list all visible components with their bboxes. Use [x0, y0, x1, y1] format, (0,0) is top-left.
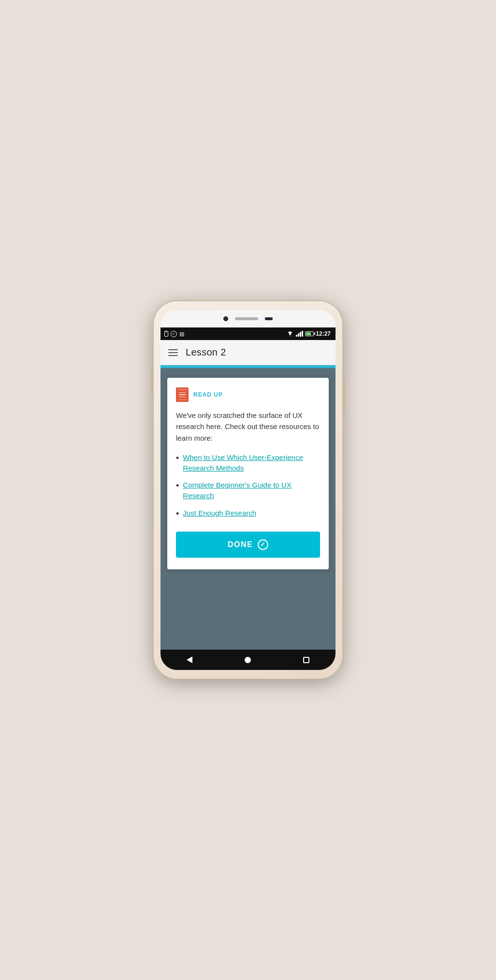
- phone-device: " ✓ ▤: [154, 301, 342, 679]
- main-content: READ UP We've only scratched the surface…: [160, 368, 336, 650]
- bookmark-notification-icon: ▤: [179, 331, 184, 337]
- nav-back-button[interactable]: [187, 656, 192, 663]
- status-bar: " ✓ ▤: [160, 327, 336, 340]
- status-right-icons: 12:27: [286, 330, 331, 337]
- front-sensor: [265, 317, 273, 320]
- phone-top-bar: [160, 310, 336, 327]
- card-body-text: We've only scratched the surface of UX r…: [176, 410, 320, 444]
- camera: [223, 316, 228, 321]
- done-button-label: DONE: [228, 540, 253, 549]
- resource-link-1[interactable]: When to Use Which User-Experience Resear…: [183, 452, 320, 474]
- status-notifications: " ✓ ▤: [164, 331, 184, 337]
- list-item: When to Use Which User-Experience Resear…: [176, 452, 320, 474]
- book-icon: [176, 387, 189, 402]
- bottom-nav: [160, 650, 336, 670]
- wifi-icon: [286, 331, 294, 337]
- nav-home-button[interactable]: [245, 657, 251, 663]
- resource-list: When to Use Which User-Experience Resear…: [176, 452, 320, 520]
- app-title: Lesson 2: [186, 347, 226, 358]
- check-notification-icon: ✓: [171, 331, 177, 337]
- done-button[interactable]: DONE ✓: [176, 532, 320, 558]
- resource-link-2[interactable]: Complete Beginner's Guide to UX Research: [183, 480, 320, 501]
- app-header: Lesson 2: [160, 340, 336, 365]
- list-item: Just Enough Research: [176, 508, 320, 520]
- nav-home-icon: [245, 657, 251, 663]
- done-check-icon: ✓: [258, 539, 268, 550]
- nav-recents-icon: [303, 657, 309, 663]
- battery-icon: [305, 331, 314, 336]
- phone-screen: " ✓ ▤: [160, 310, 336, 670]
- status-time: 12:27: [316, 330, 331, 337]
- list-item: Complete Beginner's Guide to UX Research: [176, 480, 320, 501]
- speaker: [235, 317, 258, 320]
- resource-link-3[interactable]: Just Enough Research: [183, 508, 256, 519]
- nav-back-icon: [187, 656, 192, 663]
- read-up-header: READ UP: [176, 387, 320, 402]
- signal-bars: [296, 331, 303, 337]
- read-up-card: READ UP We've only scratched the surface…: [167, 378, 329, 569]
- read-up-label: READ UP: [193, 391, 223, 398]
- nav-recents-button[interactable]: [303, 657, 309, 663]
- quote-notification-icon: ": [164, 331, 168, 337]
- menu-button[interactable]: [168, 349, 178, 356]
